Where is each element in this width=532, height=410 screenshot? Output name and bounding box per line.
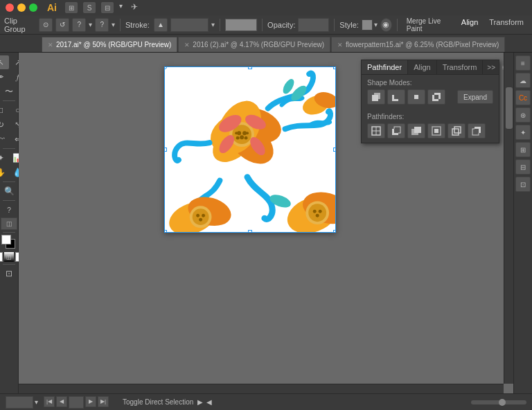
intersect-btn[interactable]: [407, 89, 425, 105]
question-btn[interactable]: ?: [72, 18, 86, 32]
selection-tool[interactable]: ↖: [0, 55, 9, 69]
panel-more-btn[interactable]: >>: [483, 61, 499, 74]
stroke-input[interactable]: [170, 18, 209, 32]
minus-front-btn[interactable]: [387, 89, 405, 105]
crop-btn[interactable]: [427, 123, 445, 139]
svg-rect-65: [475, 129, 479, 133]
zoom-slider-thumb[interactable]: [499, 399, 506, 406]
rectangle-tool[interactable]: □: [0, 103, 9, 117]
tab-flower[interactable]: ✕ flowerpattern15.ai* @ 6.25% (RGB/Pixel…: [331, 37, 505, 52]
send-icon[interactable]: ✈: [131, 2, 138, 13]
align-tab[interactable]: Align: [408, 60, 436, 74]
handle-ml[interactable]: [164, 148, 167, 152]
s-icon[interactable]: S: [83, 2, 96, 13]
fullscreen-button[interactable]: [29, 3, 37, 12]
title-bar-icons: ⊞ S ⊟ ▾ ✈: [65, 2, 138, 13]
background-swatch[interactable]: [1, 235, 11, 244]
sep5: [3, 232, 15, 233]
tab-2016[interactable]: ✕ 2016 (2).ai* @ 4.17% (RGB/GPU Preview): [178, 37, 330, 52]
zoom-control: 50% ▾: [6, 396, 38, 409]
handle-bm[interactable]: [248, 230, 252, 233]
symbol-panel-btn[interactable]: ✦: [515, 125, 531, 140]
merge-btn[interactable]: [407, 123, 425, 139]
minimize-button[interactable]: [17, 3, 26, 12]
artboard-tool[interactable]: ◫: [1, 217, 17, 230]
transform-tab[interactable]: Transform: [437, 60, 484, 74]
close-button[interactable]: [6, 3, 14, 12]
scroll-thumb-v[interactable]: [506, 87, 513, 129]
brush-btn[interactable]: ⊛: [515, 107, 531, 123]
rotate-tool[interactable]: ↻: [0, 118, 9, 132]
gradient-btn[interactable]: ◫: [4, 252, 14, 262]
svg-rect-62: [454, 127, 461, 133]
canvas-area[interactable]: Pathfinder Align Transform >> ≡ Shape Mo…: [19, 53, 513, 393]
zoom-slider[interactable]: [471, 400, 526, 404]
divider1: [120, 19, 121, 31]
nav-next-btn[interactable]: ▶: [85, 396, 96, 407]
handle-mr[interactable]: [333, 148, 336, 152]
isolate-btn[interactable]: ↺: [55, 18, 69, 32]
globe-btn[interactable]: ◉: [380, 18, 392, 32]
warp-tool[interactable]: 〰: [0, 132, 9, 146]
exclude-btn[interactable]: [427, 89, 445, 105]
opacity-label: Opacity:: [267, 21, 295, 29]
arrow-down-icon[interactable]: ▾: [119, 2, 123, 13]
question-tool[interactable]: ?: [1, 203, 17, 217]
outline-btn[interactable]: [447, 123, 466, 139]
help-btn[interactable]: ?: [95, 18, 109, 32]
divide-btn[interactable]: [367, 123, 385, 139]
handle-bl[interactable]: [164, 230, 167, 233]
panels-icon[interactable]: ⊟: [101, 2, 114, 13]
merge-live-label: Merge Live Paint: [402, 17, 454, 33]
zoom-input[interactable]: 50%: [6, 396, 33, 409]
pathfinder-tab[interactable]: Pathfinder: [362, 60, 408, 74]
opacity-input[interactable]: 100%: [298, 18, 329, 32]
grid-panel-btn[interactable]: ⊞: [515, 142, 531, 157]
target-btn[interactable]: ⊙: [39, 18, 53, 32]
nav-prev-btn[interactable]: ◀: [56, 396, 67, 407]
stroke-down-icon: ▾: [211, 21, 215, 28]
tab-close-2[interactable]: ✕: [184, 42, 190, 48]
trim-btn[interactable]: [387, 123, 405, 139]
tab-label-2: 2016 (2).ai* @ 4.17% (RGB/GPU Preview): [193, 41, 324, 48]
handle-tm[interactable]: [248, 66, 252, 69]
libraries-btn[interactable]: ☁: [515, 73, 531, 88]
artboards-btn[interactable]: ⊡: [515, 177, 531, 192]
properties-btn[interactable]: ≡: [515, 55, 531, 71]
symbol-tool[interactable]: ✦: [0, 151, 9, 165]
fill-btn[interactable]: □: [0, 252, 3, 262]
stroke-up-btn[interactable]: ▲: [154, 18, 168, 32]
screen-mode-btn[interactable]: ⊡: [1, 267, 17, 280]
pen-tool[interactable]: ✒: [0, 70, 9, 84]
tool-arrow-btn[interactable]: ▶: [197, 398, 203, 406]
layers-btn[interactable]: ⊟: [515, 159, 531, 175]
hand-tool[interactable]: ✋: [0, 166, 9, 179]
expand-btn[interactable]: Expand: [457, 90, 493, 104]
horizontal-scrollbar[interactable]: [19, 384, 504, 393]
nav-last-btn[interactable]: ▶|: [98, 396, 109, 407]
tab-close-3[interactable]: ✕: [337, 42, 343, 48]
artboard-number-input[interactable]: 8: [69, 396, 84, 409]
vertical-scrollbar[interactable]: [504, 53, 513, 384]
tab-close-1[interactable]: ✕: [48, 42, 53, 48]
grid-icon[interactable]: ⊞: [65, 2, 78, 13]
transform-btn[interactable]: Transform: [485, 18, 528, 32]
shape-modes-label: Shape Modes:: [367, 79, 493, 87]
handle-br[interactable]: [333, 230, 336, 233]
status-right: [471, 400, 526, 404]
nav-first-btn[interactable]: |◀: [44, 396, 55, 407]
svg-point-34: [313, 210, 317, 213]
pathfinders-section: Pathfinders:: [362, 109, 499, 143]
sep3: [3, 181, 15, 182]
clip-group-label: Clip Group: [4, 17, 35, 33]
zoom-tool[interactable]: 🔍: [1, 184, 17, 198]
tab-2017[interactable]: ✕ 2017.ai* @ 50% (RGB/GPU Preview): [42, 37, 177, 52]
align-btn[interactable]: Align: [457, 18, 482, 32]
curvature-tool[interactable]: 〜: [1, 84, 17, 98]
tool-back-btn[interactable]: ◀: [206, 398, 212, 406]
minus-back-btn[interactable]: [468, 123, 486, 139]
color-swatches[interactable]: [1, 235, 17, 250]
handle-tr[interactable]: [333, 66, 336, 69]
cc-btn[interactable]: Cc: [515, 90, 531, 105]
unite-btn[interactable]: [367, 89, 385, 105]
